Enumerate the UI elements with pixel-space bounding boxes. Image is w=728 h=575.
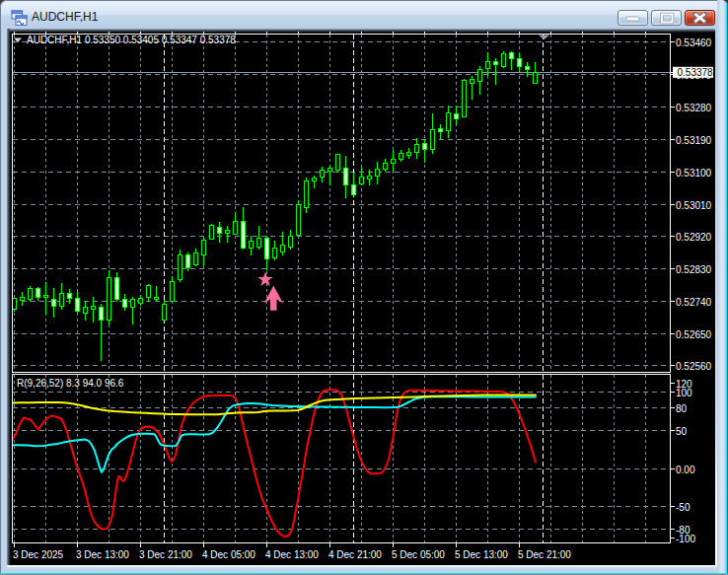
- svg-text:0.52920: 0.52920: [676, 232, 712, 243]
- svg-text:4 Dec 13:00: 4 Dec 13:00: [265, 549, 319, 560]
- svg-text:0.00: 0.00: [676, 465, 695, 475]
- svg-text:4 Dec 05:00: 4 Dec 05:00: [202, 549, 255, 560]
- svg-text:0.53378: 0.53378: [678, 67, 714, 78]
- svg-text:0.53280: 0.53280: [676, 103, 712, 113]
- svg-text:5 Dec 05:00: 5 Dec 05:00: [392, 549, 445, 560]
- svg-text:0.53010: 0.53010: [676, 200, 712, 211]
- svg-text:-100: -100: [676, 534, 695, 544]
- svg-text:AUDCHF,H1 0.53350 0.53405 0.53: AUDCHF,H1 0.53350 0.53405 0.53347 0.5337…: [27, 35, 236, 45]
- svg-text:3 Dec 21:00: 3 Dec 21:00: [139, 549, 192, 560]
- svg-text:100: 100: [676, 388, 692, 398]
- svg-text:80: 80: [676, 403, 688, 414]
- svg-text:4 Dec 21:00: 4 Dec 21:00: [328, 549, 382, 560]
- svg-text:0.52830: 0.52830: [676, 264, 712, 275]
- svg-text:3 Dec 13:00: 3 Dec 13:00: [76, 549, 129, 560]
- svg-text:0.53100: 0.53100: [676, 168, 712, 179]
- svg-text:0.52740: 0.52740: [676, 297, 712, 308]
- svg-text:5 Dec 21:00: 5 Dec 21:00: [518, 549, 571, 560]
- svg-text:0.52650: 0.52650: [676, 329, 712, 340]
- svg-text:3 Dec 2025: 3 Dec 2025: [13, 549, 64, 560]
- svg-text:0.52560: 0.52560: [676, 361, 712, 372]
- svg-text:-50: -50: [676, 502, 691, 513]
- svg-text:50: 50: [676, 426, 688, 437]
- svg-text:0.53460: 0.53460: [676, 37, 712, 48]
- svg-text:0.53190: 0.53190: [676, 135, 712, 146]
- svg-text:5 Dec 13:00: 5 Dec 13:00: [455, 549, 508, 560]
- svg-text:R(9,26,52) 8.3 94.0 96.6: R(9,26,52) 8.3 94.0 96.6: [17, 378, 124, 389]
